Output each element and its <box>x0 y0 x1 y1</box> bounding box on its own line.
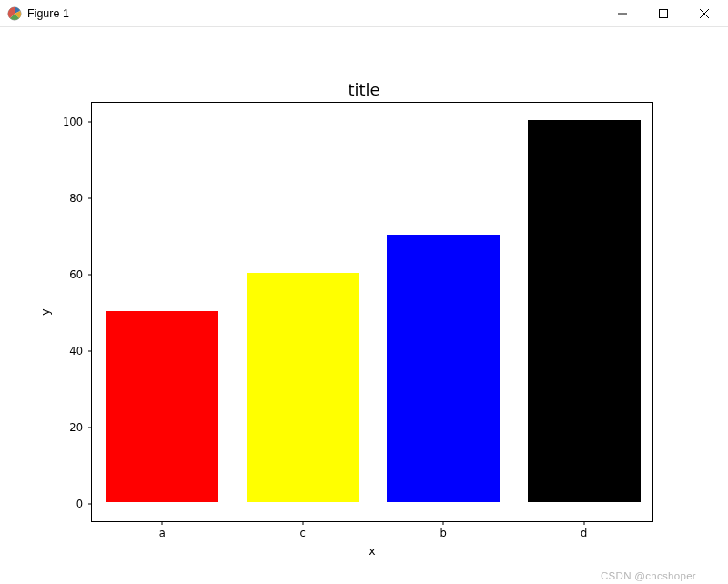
window-title: Figure 1 <box>27 7 69 20</box>
y-axis-label: y <box>38 308 52 315</box>
ytick-label: 60 <box>69 268 83 281</box>
xtick-mark <box>162 521 163 525</box>
xtick-mark <box>302 521 303 525</box>
maximize-button[interactable] <box>642 1 683 26</box>
xtick-label: d <box>581 527 587 539</box>
chart-title: title <box>0 80 728 99</box>
xtick-label: a <box>159 527 166 539</box>
xtick-label: b <box>440 527 447 539</box>
ytick-mark <box>88 351 92 352</box>
close-button[interactable] <box>683 1 724 26</box>
xtick-mark <box>443 521 444 525</box>
xtick-mark <box>583 521 584 525</box>
plot-axes: y x 020406080100 acbd <box>91 102 653 522</box>
ytick-mark <box>88 275 92 276</box>
window-titlebar: Figure 1 <box>0 0 728 27</box>
ytick-label: 80 <box>69 192 83 205</box>
figure-canvas: title y x 020406080100 acbd CSDN @cncsho… <box>0 27 728 584</box>
ytick-mark <box>88 198 92 199</box>
bar-b <box>387 235 500 502</box>
matplotlib-icon <box>7 6 22 21</box>
ytick-mark <box>88 504 92 505</box>
bar-c <box>247 273 359 502</box>
window-controls <box>602 1 724 26</box>
svg-rect-2 <box>659 9 667 17</box>
x-axis-label: x <box>369 544 375 558</box>
ytick-label: 0 <box>76 498 83 510</box>
bar-d <box>528 120 641 502</box>
ytick-label: 40 <box>69 345 83 357</box>
xtick-label: c <box>300 527 306 539</box>
minimize-button[interactable] <box>602 1 642 26</box>
ytick-label: 100 <box>63 116 83 128</box>
ytick-mark <box>88 428 92 428</box>
watermark: CSDN @cncshoper <box>601 570 696 581</box>
ytick-mark <box>88 122 92 123</box>
ytick-label: 20 <box>69 421 83 434</box>
bar-a <box>106 311 218 502</box>
